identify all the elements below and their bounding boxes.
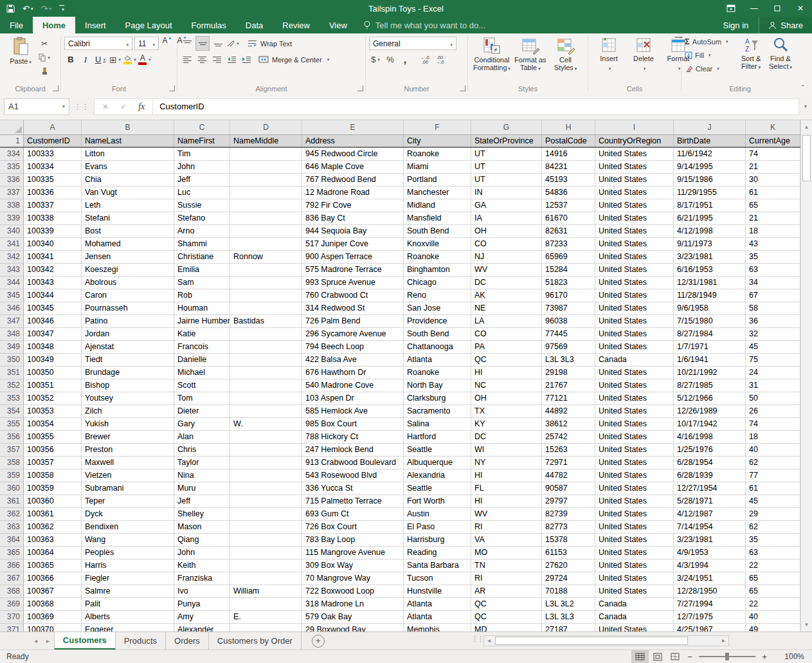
cell[interactable]: NameFirst bbox=[174, 135, 230, 147]
align-right-icon[interactable] bbox=[210, 53, 223, 66]
vertical-scrollbar[interactable]: ▲ ▼ bbox=[800, 120, 812, 631]
row-number-366[interactable]: 366 bbox=[0, 559, 24, 572]
cell[interactable]: Alexander bbox=[174, 624, 230, 631]
cell[interactable]: South Bend bbox=[404, 328, 471, 341]
row-number-370[interactable]: 370 bbox=[0, 611, 24, 624]
ribbon-tab-file[interactable]: File bbox=[0, 17, 33, 33]
cell[interactable]: 715 Palmetto Terrace bbox=[302, 495, 404, 508]
find-select-button[interactable]: Find & Select bbox=[766, 35, 795, 73]
cell[interactable]: United States bbox=[595, 225, 674, 238]
cell[interactable]: 31 bbox=[746, 379, 800, 392]
cell[interactable]: Bastidas bbox=[230, 315, 302, 328]
increase-indent-icon[interactable] bbox=[240, 53, 253, 66]
cell[interactable]: 70188 bbox=[542, 585, 595, 598]
cell[interactable]: United States bbox=[595, 328, 674, 341]
cell[interactable]: 12/7/1975 bbox=[674, 611, 746, 624]
cell[interactable]: Hunstville bbox=[404, 585, 471, 598]
row-number-338[interactable]: 338 bbox=[0, 199, 24, 212]
cell[interactable]: E. bbox=[230, 611, 302, 624]
cell[interactable]: 3/24/1951 bbox=[674, 572, 746, 585]
cell[interactable]: 12537 bbox=[542, 199, 595, 212]
cell[interactable]: 100352 bbox=[24, 392, 82, 405]
name-box-dropdown-icon[interactable]: ▾ bbox=[62, 104, 65, 109]
undo-icon[interactable]: ↶ bbox=[23, 5, 33, 13]
cell[interactable]: TX bbox=[471, 405, 542, 418]
cell[interactable]: Canada bbox=[595, 611, 674, 624]
cell[interactable] bbox=[230, 238, 302, 251]
cell[interactable] bbox=[230, 264, 302, 277]
cell[interactable]: Austin bbox=[404, 508, 471, 521]
row-number-345[interactable]: 345 bbox=[0, 289, 24, 302]
cell[interactable]: 10/17/1942 bbox=[674, 418, 746, 431]
cell[interactable]: 722 Boxwood Loop bbox=[302, 585, 404, 598]
cell[interactable]: 100346 bbox=[24, 315, 82, 328]
cell[interactable]: 63 bbox=[746, 547, 800, 559]
percent-format-icon[interactable]: % bbox=[384, 53, 397, 66]
cell[interactable]: Jordan bbox=[82, 328, 174, 341]
cell[interactable]: United States bbox=[595, 367, 674, 379]
cell[interactable]: 575 Madrone Terrace bbox=[302, 264, 404, 277]
cell[interactable]: 8/17/1951 bbox=[674, 199, 746, 212]
cell[interactable]: 15378 bbox=[542, 534, 595, 547]
cell[interactable]: WV bbox=[471, 264, 542, 277]
cell[interactable]: 77121 bbox=[542, 392, 595, 405]
cell[interactable]: W. bbox=[230, 418, 302, 431]
cell[interactable]: 100335 bbox=[24, 174, 82, 186]
cell[interactable]: Van Vugt bbox=[82, 186, 174, 199]
cell[interactable]: 646 Maple Cove bbox=[302, 161, 404, 174]
row-number-358[interactable]: 358 bbox=[0, 457, 24, 469]
cell[interactable]: 21 bbox=[746, 212, 800, 225]
delete-dropdown-arrow[interactable] bbox=[642, 64, 646, 73]
cell[interactable]: 77 bbox=[746, 469, 800, 482]
font-name-select[interactable]: Calibri bbox=[64, 37, 132, 50]
row-number-339[interactable]: 339 bbox=[0, 212, 24, 225]
cell[interactable]: 10/21/1992 bbox=[674, 367, 746, 379]
cell[interactable]: 82631 bbox=[542, 225, 595, 238]
cell[interactable]: Midland bbox=[404, 199, 471, 212]
cell[interactable] bbox=[230, 547, 302, 559]
cancel-entry-icon[interactable]: ✕ bbox=[102, 102, 109, 111]
cell[interactable]: CustomerID bbox=[24, 135, 82, 147]
orientation-icon[interactable] bbox=[226, 37, 239, 50]
cell[interactable]: 100341 bbox=[24, 251, 82, 264]
cell[interactable]: 15263 bbox=[542, 444, 595, 457]
cell[interactable]: Canada bbox=[595, 354, 674, 367]
increase-decimal-icon[interactable]: ←.0.00 bbox=[419, 53, 431, 66]
cell[interactable]: BirthDate bbox=[674, 135, 746, 147]
cell[interactable]: TN bbox=[471, 559, 542, 572]
cell[interactable]: Salina bbox=[404, 418, 471, 431]
cell[interactable]: United States bbox=[595, 534, 674, 547]
share-button[interactable]: Share bbox=[759, 17, 812, 33]
cell[interactable]: United States bbox=[595, 277, 674, 289]
cell[interactable]: San Jose bbox=[404, 302, 471, 315]
cell[interactable]: Keith bbox=[174, 559, 230, 572]
cell[interactable]: United States bbox=[595, 547, 674, 559]
insert-dropdown-arrow[interactable] bbox=[607, 64, 611, 73]
cell[interactable]: United States bbox=[595, 508, 674, 521]
cell[interactable]: AR bbox=[471, 585, 542, 598]
cell[interactable]: United States bbox=[595, 444, 674, 457]
cell[interactable]: 913 Crabwood Boulevard bbox=[302, 457, 404, 469]
cell[interactable]: 29 bbox=[746, 508, 800, 521]
cell[interactable]: 676 Hawthorn Dr bbox=[302, 367, 404, 379]
cell[interactable]: 29198 bbox=[542, 367, 595, 379]
cell[interactable]: 115 Mangrove Avenue bbox=[302, 547, 404, 559]
cell[interactable] bbox=[230, 457, 302, 469]
cell[interactable] bbox=[230, 405, 302, 418]
cell[interactable]: Atlanta bbox=[404, 611, 471, 624]
cell[interactable]: 22 bbox=[746, 559, 800, 572]
cell[interactable]: 543 Rosewood Blvd bbox=[302, 469, 404, 482]
cell[interactable]: Roanoke bbox=[404, 148, 471, 161]
cell[interactable]: 45 bbox=[746, 341, 800, 354]
enter-entry-icon[interactable]: ✓ bbox=[120, 102, 127, 111]
cell[interactable]: 4/3/1994 bbox=[674, 559, 746, 572]
sign-in-link[interactable]: Sign in bbox=[713, 17, 759, 33]
cell[interactable] bbox=[230, 469, 302, 482]
column-header-b[interactable]: B bbox=[82, 120, 174, 134]
cell[interactable]: 836 Bay Ct bbox=[302, 212, 404, 225]
cell[interactable] bbox=[230, 354, 302, 367]
zoom-out-icon[interactable]: − bbox=[683, 652, 696, 662]
cell[interactable] bbox=[230, 199, 302, 212]
row-number-360[interactable]: 360 bbox=[0, 482, 24, 495]
cell[interactable]: Alexandria bbox=[404, 469, 471, 482]
